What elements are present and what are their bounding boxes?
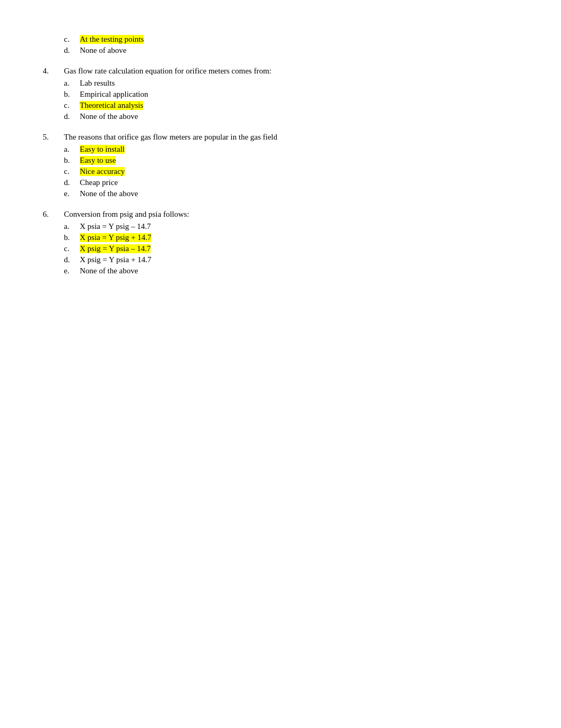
option-text: None of the above	[80, 189, 138, 198]
option-text: X psia = Y psig – 14.7	[80, 222, 151, 231]
option-text: Easy to use	[80, 156, 116, 165]
option-item: a. Easy to install	[64, 145, 518, 154]
question-text-4: Gas flow rate calculation equation for o…	[64, 67, 272, 75]
question-number-4: 4.	[43, 67, 64, 76]
option-text: Nice accuracy	[80, 167, 125, 176]
question-text-5: The reasons that orifice gas flow meters…	[64, 133, 277, 141]
option-item: a. X psia = Y psig – 14.7	[64, 222, 518, 231]
question-block-4: 4. Gas flow rate calculation equation fo…	[43, 67, 518, 123]
option-text: Lab results	[80, 79, 115, 88]
option-letter: c.	[64, 244, 80, 253]
option-text: None of above	[80, 46, 126, 55]
options-list-partial: c. At the testing points d. None of abov…	[64, 35, 518, 55]
question-block-6: 6. Conversion from psig and psia follows…	[43, 210, 518, 278]
option-letter: a.	[64, 79, 80, 88]
option-text: Theoretical analysis	[80, 101, 143, 110]
option-letter: e.	[64, 189, 80, 198]
options-list-4: a. Lab results b. Empirical application …	[64, 79, 518, 121]
question-block-partial: c. At the testing points d. None of abov…	[43, 32, 518, 57]
option-item: d. None of above	[64, 46, 518, 55]
option-text: None of the above	[80, 266, 138, 275]
option-letter: d.	[64, 112, 80, 121]
option-item: d. X psig = Y psia + 14.7	[64, 255, 518, 264]
option-item: c. At the testing points	[64, 35, 518, 44]
option-item: b. X psia = Y psig + 14.7	[64, 233, 518, 242]
main-content: c. At the testing points d. None of abov…	[43, 32, 518, 278]
option-item: c. X psig = Y psia – 14.7	[64, 244, 518, 253]
option-item: a. Lab results	[64, 79, 518, 88]
option-text: X psig = Y psia + 14.7	[80, 255, 151, 264]
option-text: X psig = Y psia – 14.7	[80, 244, 151, 253]
option-letter: c.	[64, 167, 80, 176]
option-letter: a.	[64, 222, 80, 231]
option-letter: d.	[64, 178, 80, 187]
option-letter: b.	[64, 90, 80, 99]
option-letter: a.	[64, 145, 80, 154]
option-text: Easy to install	[80, 145, 125, 154]
option-item: e. None of the above	[64, 266, 518, 275]
option-text: At the testing points	[80, 35, 144, 44]
option-letter: c.	[64, 35, 80, 44]
option-letter: b.	[64, 156, 80, 165]
question-text-6: Conversion from psig and psia follows:	[64, 210, 189, 218]
option-item: c. Theoretical analysis	[64, 101, 518, 110]
option-letter: d.	[64, 255, 80, 264]
option-letter: c.	[64, 101, 80, 110]
question-number-6: 6.	[43, 210, 64, 219]
option-letter: d.	[64, 46, 80, 55]
option-text: Cheap price	[80, 178, 118, 187]
option-letter: e.	[64, 266, 80, 275]
option-item: e. None of the above	[64, 189, 518, 198]
option-letter: b.	[64, 233, 80, 242]
options-list-5: a. Easy to install b. Easy to use c. Nic…	[64, 145, 518, 198]
option-item: c. Nice accuracy	[64, 167, 518, 176]
option-item: d. None of the above	[64, 112, 518, 121]
question-number-5: 5.	[43, 133, 64, 142]
option-text: None of the above	[80, 112, 138, 121]
option-text: X psia = Y psig + 14.7	[80, 233, 151, 242]
options-list-6: a. X psia = Y psig – 14.7 b. X psia = Y …	[64, 222, 518, 275]
option-item: b. Empirical application	[64, 90, 518, 99]
option-item: d. Cheap price	[64, 178, 518, 187]
question-block-5: 5. The reasons that orifice gas flow met…	[43, 133, 518, 200]
option-text: Empirical application	[80, 90, 148, 99]
option-item: b. Easy to use	[64, 156, 518, 165]
